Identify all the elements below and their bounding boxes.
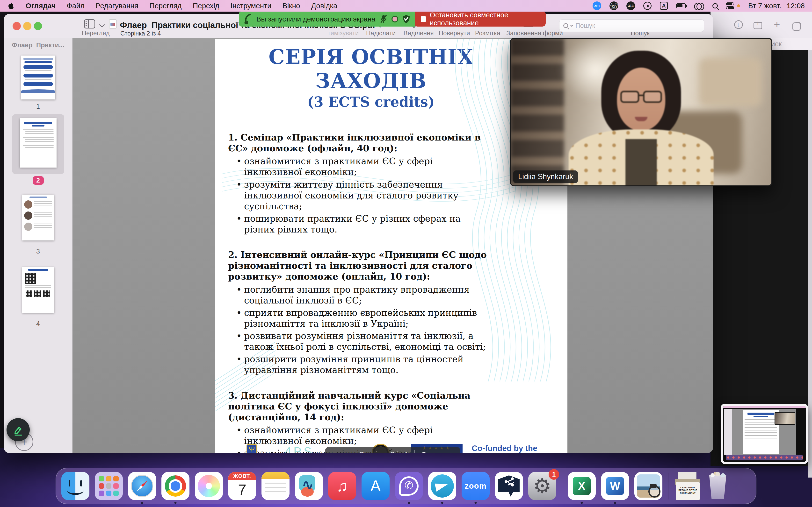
thumbnail-sidebar: Флаер_Практи... 1 <box>4 38 72 453</box>
dock-freeform-icon[interactable] <box>295 472 323 500</box>
page-thumbnail-2[interactable] <box>20 118 57 168</box>
minimize-window-button[interactable] <box>23 22 32 30</box>
dock-preview-icon[interactable] <box>635 472 662 500</box>
decor <box>511 39 564 185</box>
menu-tools[interactable]: Інструменти <box>231 2 271 10</box>
sidebar-toggle-icon[interactable] <box>84 19 95 29</box>
dock-appstore-icon[interactable]: A <box>361 472 390 500</box>
running-indicator <box>614 502 616 504</box>
menu-app-name[interactable]: Оглядач <box>26 2 56 10</box>
hud-magnifier-icon[interactable] <box>421 452 426 453</box>
search-scope-chevron-icon[interactable] <box>570 23 573 27</box>
menu-go[interactable]: Перехід <box>193 2 219 10</box>
dock-zoom-icon[interactable]: zoom <box>462 472 490 500</box>
menu-file[interactable]: Файл <box>67 2 85 10</box>
dock-settings-icon[interactable]: ⚙ 1 <box>528 472 556 500</box>
bullet: розвивати розуміння різноманіття та інкл… <box>228 331 492 352</box>
pdf-section-1: 1. Семінар «Практики інклюзивної економі… <box>228 132 492 235</box>
toolbar-label-highlight[interactable]: Виділення <box>403 30 434 37</box>
share-swoosh-icon <box>244 14 252 24</box>
stop-square-icon <box>421 16 426 22</box>
page-hud: Сторінка 2 із 4 <box>325 447 460 453</box>
dock-finder-icon[interactable] <box>61 472 89 500</box>
dock-divider <box>562 472 562 500</box>
view-label[interactable]: Перегляд <box>82 30 109 37</box>
appstore-letter: A <box>370 477 381 495</box>
tabs-icon[interactable] <box>794 22 801 29</box>
bullet: сприяти впровадженню європейських принци… <box>228 307 492 329</box>
keyboard-layout-icon[interactable]: A <box>660 2 668 10</box>
thumbnail-2-number: 2 <box>4 176 72 185</box>
menu-bar: Оглядач Файл Редагування Перегляд Перехі… <box>0 0 812 12</box>
menu-clock[interactable]: Вт 7 жовт. 12:08 <box>748 2 805 10</box>
menu-help[interactable]: Довідка <box>311 2 337 10</box>
viber-status-icon[interactable]: ☏ <box>609 1 618 10</box>
dock-trash-icon[interactable] <box>706 472 730 500</box>
share-icon[interactable] <box>754 22 762 29</box>
toolbar-label-optimize[interactable]: тимізувати <box>328 30 359 37</box>
dock-telegram-icon[interactable] <box>428 472 456 500</box>
bullet: ознайомитися з практиками ЄС у сфері інк… <box>228 156 492 177</box>
page-thumbnail-4[interactable] <box>22 267 54 313</box>
decor <box>723 406 806 408</box>
dock-excel-icon[interactable]: X <box>568 472 596 500</box>
mic-in-use-dot <box>737 4 740 7</box>
dock-viber-icon[interactable] <box>395 472 423 500</box>
new-tab-icon[interactable] <box>773 20 781 29</box>
dock-music-icon[interactable]: ♫ <box>328 472 356 500</box>
security-shield-icon <box>403 15 410 23</box>
dock-launchpad-icon[interactable] <box>95 472 123 500</box>
dock-safari-icon[interactable] <box>128 472 156 500</box>
share-preview-thumbnail[interactable] <box>721 404 808 464</box>
universal-control-icon[interactable] <box>694 3 704 9</box>
spotlight-icon[interactable] <box>712 3 718 8</box>
telegram-status-badge[interactable]: 313 <box>626 1 635 10</box>
search-input[interactable] <box>575 22 692 30</box>
toolbar-label-form[interactable]: Заповнення форми <box>506 30 563 37</box>
dock-word-icon[interactable]: W <box>601 472 629 500</box>
dock-photos-icon[interactable] <box>195 472 223 500</box>
zoom-status-icon[interactable]: zm <box>593 1 601 10</box>
running-indicator <box>475 502 477 504</box>
page-thumbnail-3[interactable] <box>22 194 54 240</box>
thumbnail-1-number: 1 <box>4 103 72 110</box>
menu-view[interactable]: Перегляд <box>149 2 182 10</box>
dock-divider <box>668 472 668 500</box>
zoom-window-button[interactable] <box>34 22 42 30</box>
dock-share-app-icon[interactable] <box>495 472 523 500</box>
hud-page-text: Сторінка 2 із 4 <box>359 450 408 453</box>
download-icon[interactable] <box>734 20 743 29</box>
screen-mirroring-icon[interactable] <box>643 2 652 10</box>
stop-share-button[interactable]: Остановить совместное использование <box>415 12 546 26</box>
chevron-down-icon[interactable] <box>99 22 105 27</box>
pdf-subheading: (3 ECTS credits) <box>215 94 527 110</box>
hud-divider <box>414 450 415 453</box>
decor <box>724 409 796 455</box>
thumbnail-4-number: 4 <box>4 320 72 328</box>
background-scrollbar[interactable] <box>808 50 812 477</box>
thumbnail-3-number: 3 <box>4 248 72 255</box>
dock-chrome-icon[interactable] <box>161 472 190 500</box>
apple-menu-icon[interactable] <box>8 2 14 9</box>
participant-video[interactable]: Lidiia Shynkaruk <box>510 38 772 186</box>
dock-calendar-icon[interactable]: ЖОВТ. 7 <box>228 472 256 500</box>
pdf-file-icon <box>109 19 116 29</box>
dock-documents-stack[interactable]: CASE STUDYRESCUE OF THERESTAURANT <box>674 472 700 500</box>
dock: ЖОВТ. 7 ♫ A zoom ⚙ 1 X W CASE STUDYRESCU… <box>56 468 756 504</box>
running-indicator <box>581 502 583 504</box>
toolbar-label-rotate[interactable]: Повернути <box>439 30 470 37</box>
music-note-glyph: ♫ <box>337 477 348 495</box>
menu-window[interactable]: Вікно <box>283 2 300 10</box>
toolbar-label-markup[interactable]: Розмітка <box>475 30 500 37</box>
page-thumbnail-1[interactable] <box>21 56 55 100</box>
toolbar-label-share[interactable]: Надіслати <box>366 30 396 37</box>
search-field[interactable] <box>559 19 704 32</box>
close-window-button[interactable] <box>12 22 21 30</box>
dock-notes-icon[interactable] <box>261 472 290 500</box>
pdf-heading: СЕРІЯ ОСВІТНІХ ЗАХОДІВ <box>215 45 527 93</box>
annotation-button[interactable] <box>6 418 30 441</box>
battery-icon[interactable] <box>676 3 686 8</box>
control-center-icon[interactable] <box>726 2 734 9</box>
menu-edit[interactable]: Редагування <box>96 2 139 10</box>
loupe-icon <box>648 484 659 498</box>
